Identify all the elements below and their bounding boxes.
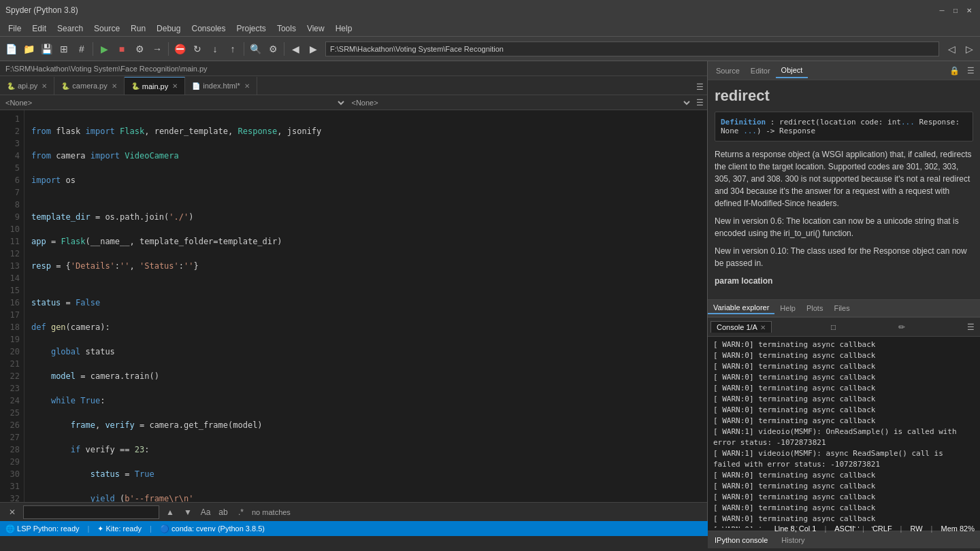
run-button[interactable]: ▶ bbox=[96, 41, 112, 57]
editor-tabs: 🐍 api.py ✕ 🐍 camera.py ✕ 🐍 main.py ✕ 📄 i… bbox=[0, 76, 707, 95]
stop-button[interactable]: ⛔ bbox=[172, 41, 188, 57]
console-line: [ WARN:0] terminating async callback bbox=[713, 350, 975, 361]
tab-index-html[interactable]: 📄 index.html* ✕ bbox=[185, 77, 257, 95]
help-paragraph-3: New in version 0.10: The class used for … bbox=[715, 245, 973, 269]
menu-edit[interactable]: Edit bbox=[27, 22, 52, 35]
open-file-button[interactable]: 📁 bbox=[20, 41, 37, 57]
lock-icon[interactable]: 🔒 bbox=[947, 64, 961, 78]
menu-source[interactable]: Source bbox=[88, 22, 125, 35]
menu-consoles[interactable]: Consoles bbox=[186, 22, 231, 35]
close-button[interactable]: ✕ bbox=[964, 5, 975, 16]
back-button[interactable]: ◀ bbox=[287, 41, 304, 57]
status-sep-5: | bbox=[900, 524, 902, 533]
console-line: [ WARN:0] terminating async callback bbox=[713, 416, 975, 427]
help-paragraph-1: Returns a response object (a WSGI applic… bbox=[715, 148, 973, 210]
toolbar-sep-4 bbox=[284, 42, 284, 56]
console-tab-1[interactable]: Console 1/A ✕ bbox=[710, 321, 772, 333]
console-menu-button[interactable]: ☰ bbox=[964, 320, 977, 334]
maximize-button[interactable]: □ bbox=[950, 5, 961, 16]
run-file-button[interactable]: ■ bbox=[114, 41, 130, 57]
toolbar-sep-1 bbox=[93, 42, 93, 56]
debug-button[interactable]: ⚙ bbox=[131, 41, 148, 57]
console-tab-close[interactable]: ✕ bbox=[760, 324, 766, 331]
tab-api-py[interactable]: 🐍 api.py ✕ bbox=[0, 77, 54, 95]
right-panel: Source Editor Object 🔒 ☰ redirect Defini… bbox=[708, 61, 980, 521]
tab-close-api[interactable]: ✕ bbox=[42, 82, 47, 90]
menu-view[interactable]: View bbox=[301, 22, 330, 35]
tab-label-api: api.py bbox=[18, 82, 37, 90]
step-into-button[interactable]: ↓ bbox=[207, 41, 223, 57]
browse-forward-button[interactable]: ▷ bbox=[961, 41, 977, 57]
title-bar: Spyder (Python 3.8) ─ □ ✕ bbox=[0, 0, 980, 20]
conda-text: conda: cvenv (Python 3.8.5) bbox=[172, 524, 265, 533]
continue-button[interactable]: ↻ bbox=[189, 41, 206, 57]
tab-camera-py[interactable]: 🐍 camera.py ✕ bbox=[54, 77, 124, 95]
tab-help[interactable]: Help bbox=[774, 303, 801, 314]
btm-tab-history[interactable]: History bbox=[777, 535, 808, 546]
find-next-button[interactable]: ▼ bbox=[181, 505, 195, 519]
find-close-button[interactable]: ✕ bbox=[5, 505, 19, 519]
find-regex-button[interactable]: .* bbox=[234, 505, 248, 519]
tab-close-main[interactable]: ✕ bbox=[172, 82, 178, 90]
console-line: [ WARN:0] terminating async callback bbox=[713, 470, 975, 481]
help-menu-icon[interactable]: ☰ bbox=[964, 64, 977, 78]
status-conda: 🔵 conda: cvenv (Python 3.8.5) bbox=[160, 524, 265, 533]
tab-editor[interactable]: Editor bbox=[745, 64, 776, 78]
tab-close-index[interactable]: ✕ bbox=[244, 82, 250, 90]
menu-help[interactable]: Help bbox=[330, 22, 358, 35]
console-line: [ WARN:0] terminating async callback bbox=[713, 405, 975, 416]
btm-tab-ipython[interactable]: IPython console bbox=[710, 535, 772, 546]
find-button[interactable]: 🔍 bbox=[247, 41, 263, 57]
tab-close-camera[interactable]: ✕ bbox=[112, 82, 117, 90]
save-all-button[interactable]: ⊞ bbox=[56, 41, 72, 57]
menu-tools[interactable]: Tools bbox=[272, 22, 301, 35]
menu-file[interactable]: File bbox=[3, 22, 27, 35]
find-whole-word-button[interactable]: ab bbox=[216, 505, 230, 519]
var-explorer-tabs: Variable explorer Help Plots Files bbox=[708, 299, 980, 317]
status-sep-3: | bbox=[824, 524, 826, 533]
kite-text: Kite: ready bbox=[106, 524, 142, 533]
status-sep-4: | bbox=[862, 524, 864, 533]
tab-files[interactable]: Files bbox=[828, 303, 855, 314]
tab-source[interactable]: Source bbox=[710, 64, 745, 78]
tab-object[interactable]: Object bbox=[776, 63, 808, 78]
tab-menu-button[interactable]: ☰ bbox=[692, 80, 707, 95]
console-edit-button[interactable]: ✏ bbox=[895, 320, 909, 334]
console-line: [ WARN:1] videoio(MSMF): async ReadSampl… bbox=[713, 448, 975, 470]
minimize-button[interactable]: ─ bbox=[936, 5, 947, 16]
console-line: [ WARN:0] terminating async callback bbox=[713, 372, 975, 383]
tab-icon-main: 🐍 bbox=[131, 82, 140, 90]
app-title: Spyder (Python 3.8) bbox=[5, 5, 78, 15]
new-file-button[interactable]: 📄 bbox=[3, 41, 19, 57]
outline-right-select[interactable]: <None> bbox=[346, 96, 693, 110]
save-file-button[interactable]: 💾 bbox=[38, 41, 54, 57]
tab-variable-explorer[interactable]: Variable explorer bbox=[708, 302, 774, 314]
status-kite: ✦ Kite: ready bbox=[97, 524, 142, 533]
forward-button[interactable]: ▶ bbox=[305, 41, 321, 57]
help-tab-actions: 🔒 ☰ bbox=[947, 64, 977, 78]
menu-run[interactable]: Run bbox=[125, 22, 151, 35]
help-tabs-bar: Source Editor Object 🔒 ☰ bbox=[708, 61, 980, 80]
step-out-button[interactable]: ↑ bbox=[225, 41, 241, 57]
find-input[interactable] bbox=[23, 505, 159, 519]
step-button[interactable]: → bbox=[149, 41, 165, 57]
menu-search[interactable]: Search bbox=[52, 22, 88, 35]
tab-plots[interactable]: Plots bbox=[801, 303, 828, 314]
path-bar: F:\SRM\Hackathon\Voting System\Face Reco… bbox=[325, 41, 939, 56]
outline-menu-button[interactable]: ☰ bbox=[692, 95, 707, 110]
print-button[interactable]: # bbox=[74, 41, 90, 57]
find-match-case-button[interactable]: Aa bbox=[199, 505, 212, 519]
code-editor[interactable]: from flask import Flask, render_template… bbox=[24, 110, 707, 502]
console-new-button[interactable]: □ bbox=[827, 320, 840, 334]
browse-back-button[interactable]: ◁ bbox=[943, 41, 960, 57]
lsp-icon: 🌐 bbox=[5, 524, 15, 533]
outline-left-select[interactable]: <None> bbox=[0, 96, 346, 110]
settings-button[interactable]: ⚙ bbox=[265, 41, 281, 57]
menu-debug[interactable]: Debug bbox=[151, 22, 186, 35]
definition-label: Definition bbox=[721, 118, 766, 127]
lsp-text: LSP Python: ready bbox=[17, 524, 80, 533]
menu-projects[interactable]: Projects bbox=[231, 22, 272, 35]
find-prev-button[interactable]: ▲ bbox=[163, 505, 177, 519]
tab-main-py[interactable]: 🐍 main.py ✕ bbox=[125, 77, 186, 95]
console-line: [ WARN:1] videoio(MSMF): OnReadSample() … bbox=[713, 427, 975, 448]
